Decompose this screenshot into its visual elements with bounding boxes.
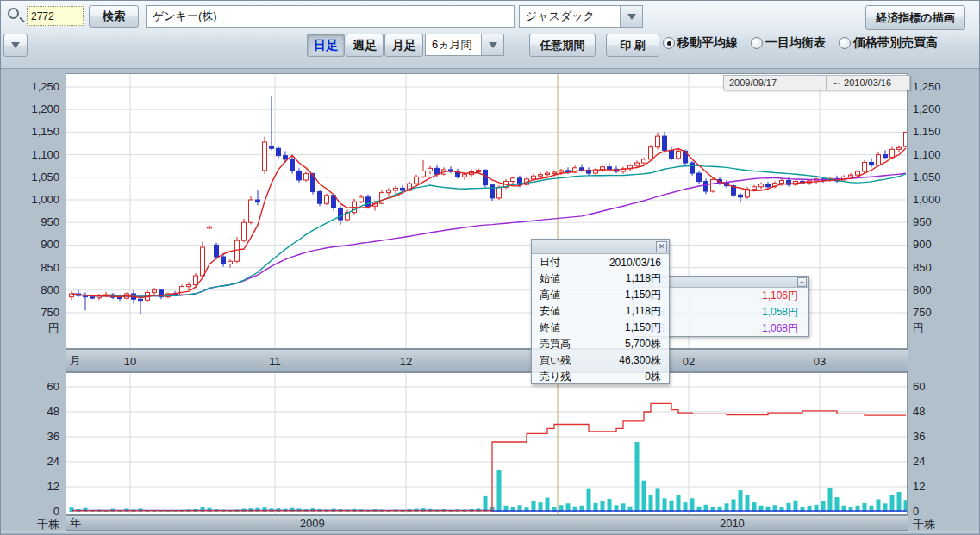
volume-axis-label: 0	[913, 505, 919, 518]
tooltip-rows: 日付2010/03/16始値1,118円高値1,150円安値1,118円終値1,…	[532, 254, 669, 385]
price-axis-label: 1,000	[913, 193, 941, 206]
volume-axis-label: 24	[913, 455, 925, 468]
year-tick-label: 2010	[720, 517, 745, 530]
tooltip-row-value: 1,118円	[584, 304, 661, 319]
price-unit-label: 円	[3, 320, 59, 336]
overlay-radio-group: 移動平均線一目均衡表価格帯別売買高	[663, 35, 938, 51]
tab-weekly[interactable]: 週足	[346, 34, 384, 57]
price-axis-label: 1,150	[3, 125, 59, 138]
price-axis-label: 1,100	[913, 148, 941, 161]
exchange-value: ジャスダック	[520, 9, 620, 24]
bottom-frame	[1, 531, 979, 535]
price-axis-label: 1,100	[3, 148, 59, 161]
radio-price-band-volume[interactable]: 価格帯別売買高	[839, 35, 938, 51]
tooltip-row-value: 1,150円	[584, 320, 661, 335]
tooltip-row-value: 1,118円	[584, 271, 661, 286]
search-icon	[8, 8, 19, 19]
price-axis-label: 1,200	[3, 103, 59, 115]
economic-indicator-button[interactable]: 経済指標の描画	[865, 5, 965, 30]
price-axis-label: 1,250	[3, 80, 59, 93]
tooltip-row-value: 1,150円	[584, 288, 661, 302]
year-axis-bar: 年 20092010	[66, 515, 908, 531]
tooltip-row: 終値1,150円	[532, 320, 669, 336]
tooltip-row: 買い残46,300株	[532, 352, 669, 369]
tooltip-titlebar: ✕	[532, 240, 669, 254]
period-select[interactable]: 6ヵ月間	[425, 34, 504, 56]
volume-axis-label: 60	[3, 380, 59, 393]
tooltip-row: 安値1,118円	[532, 303, 669, 320]
price-unit-label: 円	[913, 320, 924, 336]
tooltip-row-label: 売買高	[540, 337, 584, 351]
stock-code-input[interactable]	[27, 6, 84, 26]
tooltip-row: 日付2010/03/16	[532, 254, 669, 271]
volume-axis-label: 60	[913, 380, 925, 393]
volume-axis-label: 36	[913, 430, 925, 443]
price-axis-label: 1,150	[913, 125, 941, 138]
exchange-select[interactable]: ジャスダック	[519, 5, 643, 28]
tooltip-row-label: 日付	[540, 255, 584, 270]
volume-axis-label: 36	[3, 430, 59, 443]
stock-chart-app: 検索 ジャスダック 経済指標の描画 日足 週足 月足 6ヵ月間 任意期間 印 刷…	[0, 0, 980, 535]
tab-daily[interactable]: 日足	[307, 34, 345, 57]
price-axis-label: 850	[913, 261, 932, 274]
radio-icon[interactable]	[839, 37, 851, 49]
price-axis-label: 950	[913, 215, 932, 228]
price-axis-label: 1,050	[3, 171, 59, 184]
volume-axis-label: 0	[3, 505, 59, 518]
price-axis-label: 750	[3, 306, 59, 319]
tooltip-row-label: 終値	[540, 320, 584, 335]
month-tick-label: 12	[400, 354, 412, 367]
price-axis-label: 950	[3, 215, 59, 228]
price-axis-label: 1,250	[913, 80, 941, 93]
tooltip-row: 始値1,118円	[532, 271, 669, 287]
legend-price-value: 1,068円	[696, 321, 798, 336]
radio-icon[interactable]	[663, 37, 675, 49]
volume-chart[interactable]	[66, 372, 908, 519]
radio-icon[interactable]	[751, 37, 763, 49]
radio-moving-average[interactable]: 移動平均線	[663, 35, 738, 51]
date-range-display: 2009/09/17 ～ 2010/03/16	[723, 75, 910, 90]
minimize-icon[interactable]: −	[797, 277, 807, 287]
price-axis-label: 800	[913, 283, 932, 296]
radio-ichimoku[interactable]: 一目均衡表	[751, 35, 826, 51]
tooltip-row-value: 0株	[584, 370, 661, 384]
dropdown-arrow-button[interactable]	[3, 34, 28, 57]
chevron-down-icon[interactable]	[481, 34, 503, 55]
date-from: 2009/09/17	[723, 75, 827, 90]
quote-tooltip-popup[interactable]: ✕ 日付2010/03/16始値1,118円高値1,150円安値1,118円終値…	[531, 239, 670, 384]
month-axis-bar: 月 101112010203	[66, 349, 908, 372]
company-name-field[interactable]	[146, 5, 515, 28]
price-axis-label: 900	[3, 238, 59, 251]
tooltip-row-label: 売り残	[540, 370, 584, 384]
close-icon[interactable]: ✕	[656, 241, 667, 252]
volume-axis-label: 12	[3, 480, 59, 493]
price-axis-label: 1,050	[913, 171, 941, 184]
search-button[interactable]: 検索	[89, 5, 139, 28]
tooltip-row: 売り残0株	[532, 369, 669, 385]
tooltip-row: 売買高5,700株	[532, 336, 669, 352]
radio-label: 移動平均線	[677, 35, 738, 51]
price-axis-label: 900	[913, 238, 932, 251]
volume-axis-label: 12	[913, 480, 925, 493]
date-to: ～ 2010/03/16	[827, 75, 910, 90]
tooltip-row: 高値1,150円	[532, 287, 669, 303]
year-tick-label: 2009	[300, 517, 325, 530]
radio-label: 価格帯別売買高	[853, 35, 938, 51]
price-axis-label: 850	[3, 261, 59, 274]
price-axis-label: 800	[3, 283, 59, 296]
print-button[interactable]: 印 刷	[606, 34, 659, 57]
tab-monthly[interactable]: 月足	[384, 34, 423, 57]
volume-axis-label: 48	[3, 405, 59, 418]
month-axis-caption: 月	[70, 353, 81, 369]
legend-price-value: 1,106円	[696, 289, 798, 303]
year-axis-caption: 年	[70, 515, 81, 531]
price-axis-label: 1,000	[3, 193, 59, 206]
custom-period-button[interactable]: 任意期間	[529, 34, 596, 57]
chevron-down-icon[interactable]	[620, 6, 642, 27]
legend-price-value: 1,058円	[696, 305, 798, 320]
month-tick-label: 03	[814, 354, 826, 367]
tooltip-row-value: 2010/03/16	[584, 257, 661, 269]
toolbar: 検索 ジャスダック 経済指標の描画 日足 週足 月足 6ヵ月間 任意期間 印 刷…	[1, 1, 979, 69]
tooltip-row-label: 高値	[540, 288, 584, 302]
tooltip-row-value: 5,700株	[584, 337, 661, 351]
